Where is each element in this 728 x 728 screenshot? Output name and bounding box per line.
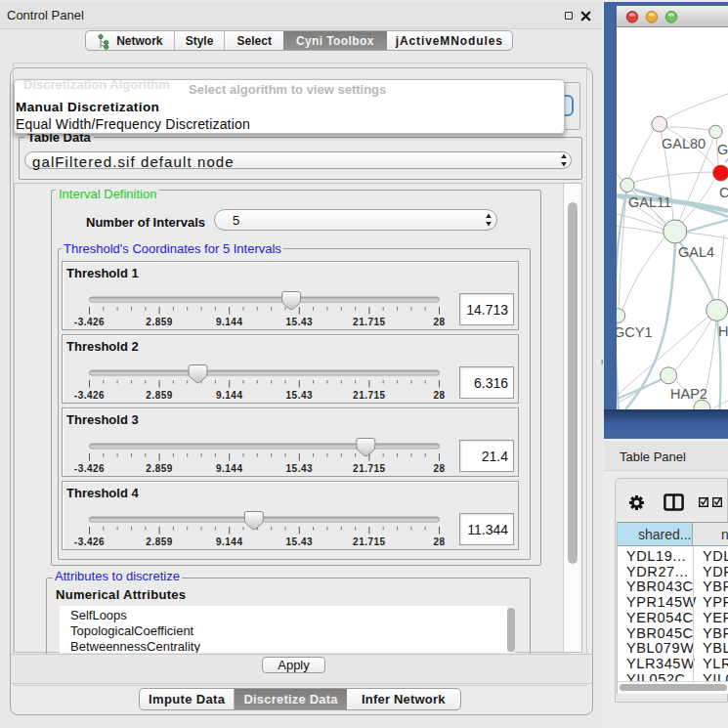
svg-text:15.43: 15.43 xyxy=(285,536,313,547)
svg-text:2.859: 2.859 xyxy=(146,317,173,327)
svg-text:2.859: 2.859 xyxy=(146,536,173,547)
svg-text:-3.426: -3.426 xyxy=(73,317,104,327)
svg-text:15.43: 15.43 xyxy=(285,463,313,474)
svg-text:21.715: 21.715 xyxy=(353,536,386,547)
svg-text:9.144: 9.144 xyxy=(215,463,242,474)
svg-text:28: 28 xyxy=(433,390,445,401)
svg-text:HAP2: HAP2 xyxy=(670,386,707,402)
svg-text:H: H xyxy=(718,323,728,339)
svg-text:2.859: 2.859 xyxy=(146,463,173,474)
svg-text:28: 28 xyxy=(433,463,445,474)
svg-text:GAL4: GAL4 xyxy=(678,244,714,260)
svg-text:C: C xyxy=(719,185,728,200)
svg-text:9.144: 9.144 xyxy=(215,536,242,547)
svg-text:21.715: 21.715 xyxy=(353,463,386,474)
svg-text:21.715: 21.715 xyxy=(353,390,386,401)
svg-text:GA: GA xyxy=(717,142,728,157)
svg-text:-3.426: -3.426 xyxy=(73,390,104,401)
svg-text:28: 28 xyxy=(433,317,445,327)
svg-text:15.43: 15.43 xyxy=(285,317,313,327)
svg-text:9.144: 9.144 xyxy=(215,390,242,401)
svg-text:15.43: 15.43 xyxy=(285,390,313,401)
svg-text:21.715: 21.715 xyxy=(353,317,386,327)
svg-text:GAL80: GAL80 xyxy=(662,136,706,151)
svg-text:28: 28 xyxy=(433,536,445,547)
svg-text:GAL11: GAL11 xyxy=(628,194,671,210)
svg-text:2.859: 2.859 xyxy=(146,390,173,401)
svg-text:GCY1: GCY1 xyxy=(617,324,653,340)
svg-text:-3.426: -3.426 xyxy=(73,463,104,474)
svg-text:-3.426: -3.426 xyxy=(73,536,104,547)
svg-text:9.144: 9.144 xyxy=(215,317,242,327)
